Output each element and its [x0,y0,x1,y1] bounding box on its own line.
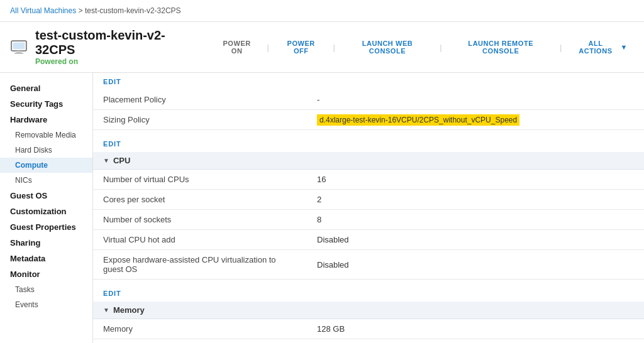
cpu-hotadd-value: Disabled [307,230,644,250]
sidebar-item-sharing[interactable]: Sharing [0,235,92,251]
launch-remote-console-button[interactable]: LAUNCH REMOTE CONSOLE [447,36,555,58]
vm-header: test-custom-kevin-v2-32CPS Powered on PO… [0,22,644,73]
sidebar-item-metadata[interactable]: Metadata [0,251,92,266]
header-actions: POWER ON | POWER OFF | LAUNCH WEB CONSOL… [212,36,634,58]
edit-section-2: EDIT [93,135,644,152]
sidebar-item-guest-properties[interactable]: Guest Properties [0,219,92,235]
sidebar-item-hardware[interactable]: Hardware [0,112,92,128]
sidebar-item-customization[interactable]: Customization [0,204,92,219]
cpu-vcpu-label: Number of virtual CPUs [93,170,307,190]
cpu-virt-value: Disabled [307,250,644,280]
memory-section-header: ▼ Memory [93,302,644,319]
sizing-policy-highlight: d.4xlarge-test-kevin-16VCPU/2CPS_without… [317,114,519,126]
edit-section-1: EDIT [93,73,644,90]
sizing-policy-row: Sizing Policy d.4xlarge-test-kevin-16VCP… [93,110,644,130]
sidebar-item-compute[interactable]: Compute [0,158,92,173]
edit-link-2[interactable]: EDIT [103,140,121,148]
main-layout: General Security Tags Hardware Removable… [0,73,644,343]
cpu-cores-value: 2 [307,190,644,210]
sidebar-item-hard-disks[interactable]: Hard Disks [0,143,92,158]
memory-collapse-icon[interactable]: ▼ [103,307,109,313]
placement-table: Placement Policy - Sizing Policy d.4xlar… [93,90,644,130]
cpu-section-label: CPU [113,156,130,165]
breadcrumb-parent[interactable]: All Virtual Machines [10,6,76,15]
table-row: Memory 128 GB [93,319,644,339]
vm-status: Powered on [35,57,194,66]
cpu-virt-label: Expose hardware-assisted CPU virtualizat… [93,250,307,280]
edit-link-1[interactable]: EDIT [103,78,121,85]
table-row: Expose hardware-assisted CPU virtualizat… [93,250,644,280]
sizing-policy-label: Sizing Policy [93,110,307,130]
cpu-sockets-value: 8 [307,210,644,230]
table-row: Number of sockets 8 [93,210,644,230]
svg-rect-3 [14,53,23,54]
edit-section-3: EDIT [93,285,644,302]
placement-policy-label: Placement Policy [93,90,307,110]
svg-rect-2 [16,51,21,53]
sidebar: General Security Tags Hardware Removable… [0,73,93,343]
content-area: EDIT Placement Policy - Sizing Policy d.… [93,73,644,343]
cpu-cores-label: Cores per socket [93,190,307,210]
placement-policy-value: - [307,90,644,110]
power-on-button[interactable]: POWER ON [212,36,262,58]
cpu-vcpu-value: 16 [307,170,644,190]
vm-title-block: test-custom-kevin-v2-32CPS Powered on [35,28,194,66]
placement-policy-row: Placement Policy - [93,90,644,110]
sidebar-item-monitor[interactable]: Monitor [0,266,92,282]
memory-label: Memory [93,319,307,339]
memory-hotadd-label: Memory hot add [93,339,307,344]
sizing-policy-value: d.4xlarge-test-kevin-16VCPU/2CPS_without… [307,110,644,130]
breadcrumb: All Virtual Machines > test-custom-kevin… [0,0,644,22]
edit-link-3[interactable]: EDIT [103,290,121,297]
breadcrumb-separator: > [79,6,83,15]
table-row: Cores per socket 2 [93,190,644,210]
memory-section-label: Memory [113,305,145,315]
cpu-hotadd-label: Virtual CPU hot add [93,230,307,250]
table-row: Virtual CPU hot add Disabled [93,230,644,250]
sidebar-item-removable-media[interactable]: Removable Media [0,128,92,143]
sidebar-item-security-tags[interactable]: Security Tags [0,96,92,112]
sidebar-item-tasks[interactable]: Tasks [0,282,92,297]
cpu-sockets-label: Number of sockets [93,210,307,230]
vm-icon [10,38,28,56]
memory-value: 128 GB [307,319,644,339]
table-row: Memory hot add Disabled [93,339,644,344]
sidebar-item-events[interactable]: Events [0,297,92,312]
memory-hotadd-value: Disabled [307,339,644,344]
sidebar-item-guest-os[interactable]: Guest OS [0,188,92,204]
svg-rect-1 [13,43,25,49]
all-actions-button[interactable]: ALL ACTIONS ▼ [567,36,634,58]
cpu-collapse-icon[interactable]: ▼ [103,157,109,164]
launch-web-console-button[interactable]: LAUNCH WEB CONSOLE [340,36,435,58]
sidebar-item-general[interactable]: General [0,80,92,96]
cpu-section-header: ▼ CPU [93,152,644,170]
vm-name: test-custom-kevin-v2-32CPS [35,28,194,57]
power-off-button[interactable]: POWER OFF [274,36,328,58]
breadcrumb-current: test-custom-kevin-v2-32CPS [85,6,181,15]
cpu-table: Number of virtual CPUs 16 Cores per sock… [93,170,644,280]
sidebar-item-nics[interactable]: NICs [0,173,92,188]
table-row: Number of virtual CPUs 16 [93,170,644,190]
caret-down-icon: ▼ [621,43,628,51]
memory-table: Memory 128 GB Memory hot add Disabled [93,319,644,343]
